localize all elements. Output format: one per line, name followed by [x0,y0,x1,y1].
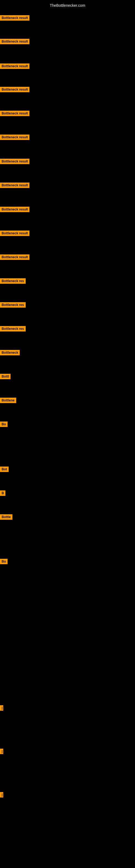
badge-row: Bottleneck result [0,63,30,70]
bottleneck-result-badge: Bottl [0,374,10,379]
bottleneck-result-badge: Bottleneck result [0,87,30,92]
badge-row: | [0,792,2,799]
bottleneck-result-badge: Bottleneck result [0,15,30,21]
badge-row: Bottleneck result [0,230,30,237]
badge-row: Bottle [0,514,12,521]
bottleneck-result-badge: Bottleneck res [0,326,26,332]
badge-row: | [0,705,2,712]
bottleneck-result-badge: Bottleneck result [0,63,30,69]
badge-row: Bo [0,559,8,565]
badge-row: Bottlene [0,398,16,404]
badge-row: Bottleneck res [0,278,26,285]
badge-row: Bottleneck result [0,87,30,93]
bottleneck-result-badge: | [0,792,3,798]
bottleneck-result-badge: Bo [0,559,8,564]
bottleneck-result-badge: | [0,749,3,754]
bottleneck-result-badge: Bo [0,422,8,427]
site-title: TheBottlenecker.com [0,1,135,10]
bottleneck-result-badge: Bottleneck [0,350,20,355]
badge-row: Bot [0,467,9,473]
bottleneck-result-badge: Bottlene [0,398,16,403]
badge-row: Bo [0,422,8,428]
bottleneck-result-badge: Bottleneck result [0,39,30,44]
bottleneck-result-badge: Bottleneck result [0,134,30,140]
badge-row: Bottleneck result [0,207,30,213]
badge-row: Bottleneck result [0,39,30,45]
bottleneck-result-badge: Bottle [0,514,12,520]
badge-row: Bottleneck res [0,302,26,309]
badge-row: Bottleneck [0,350,20,356]
badge-row: Bottleneck result [0,15,30,22]
bottleneck-result-badge: Bot [0,467,9,472]
bottleneck-result-badge: Bottleneck result [0,230,30,236]
bottleneck-result-badge: Bottleneck result [0,183,30,188]
badge-row: Bottleneck result [0,183,30,189]
badge-row: Bottleneck result [0,134,30,141]
bottleneck-result-badge: Bottleneck result [0,159,30,164]
bottleneck-result-badge: Bottleneck result [0,254,30,260]
badge-row: Bottleneck result [0,254,30,261]
bottleneck-result-badge: B [0,490,5,496]
badge-row: | [0,749,2,755]
bottleneck-result-badge: | [0,705,3,711]
bottleneck-result-badge: Bottleneck result [0,207,30,212]
bottleneck-result-badge: Bottleneck result [0,111,30,116]
badge-row: Bottleneck res [0,326,26,333]
badge-row: Bottleneck result [0,159,30,165]
badge-row: B [0,490,5,497]
badge-row: Bottl [0,374,10,380]
badge-row: Bottleneck result [0,111,30,117]
bottleneck-result-badge: Bottleneck res [0,302,26,308]
bottleneck-result-badge: Bottleneck res [0,278,26,284]
